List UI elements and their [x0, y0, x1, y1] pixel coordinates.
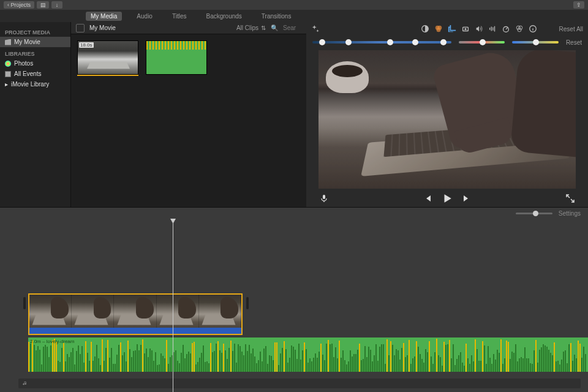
sidebar-item-label: Photos — [14, 60, 33, 67]
saturation-slider[interactable] — [459, 41, 505, 43]
preview-canvas — [318, 50, 576, 189]
sidebar-item-imovie-library[interactable]: ▸ iMovie Library — [0, 79, 70, 89]
speed-icon[interactable] — [502, 24, 510, 33]
preview-viewer: Reset All Reset — [306, 22, 588, 207]
sidebar-toggle-button[interactable]: ▤ — [37, 1, 49, 9]
color-correction-sliders: Reset — [306, 36, 588, 49]
timeline-music-well[interactable] — [18, 379, 581, 388]
media-browser: My Movie All Clips ⇅ 🔍 18.0s — [71, 22, 306, 207]
app-topbar: ‹ Projects ▤ ↓ ⇪ — [0, 0, 588, 10]
sidebar-project-item[interactable]: My Movie — [0, 37, 70, 47]
next-frame-button[interactable] — [461, 193, 472, 204]
svg-point-5 — [464, 28, 466, 30]
back-to-projects-button[interactable]: ‹ Projects — [4, 1, 34, 9]
timeline-settings-button[interactable]: Settings — [559, 210, 581, 217]
exposure-slider[interactable] — [312, 41, 451, 43]
timeline-video-clip[interactable] — [28, 293, 243, 335]
timeline-audio-clip[interactable]: 2.0m – lovely-dream — [28, 337, 588, 372]
noise-reduction-icon[interactable] — [488, 24, 497, 33]
clip-appearance-button[interactable] — [76, 24, 85, 32]
project-sidebar: PROJECT MEDIA My Movie LIBRARIES Photos … — [0, 22, 71, 207]
svg-point-3 — [436, 28, 440, 32]
zoom-handle[interactable] — [533, 211, 538, 216]
reset-color-button[interactable]: Reset — [566, 39, 582, 46]
microphone-icon[interactable] — [318, 193, 330, 204]
music-note-icon — [22, 380, 28, 386]
timeline: Settings 2.0m – lovely-dream — [0, 207, 588, 392]
trim-handle-left[interactable] — [23, 297, 26, 309]
sidebar-heading-project: PROJECT MEDIA — [0, 26, 70, 37]
audio-clip-label: 2.0m – lovely-dream — [30, 339, 74, 344]
updown-icon: ⇅ — [261, 24, 266, 31]
timeline-zoom-slider[interactable] — [516, 213, 552, 214]
timeline-header: Settings — [0, 208, 588, 219]
transport-controls — [306, 190, 588, 207]
share-button[interactable]: ⇪ — [573, 1, 584, 9]
clip-duration-badge: 18.0s — [79, 42, 94, 48]
svg-rect-11 — [323, 195, 325, 199]
back-label: Projects — [11, 2, 31, 8]
clapperboard-icon — [5, 39, 11, 45]
magnifier-icon: 🔍 — [271, 24, 278, 31]
preview-frame — [318, 50, 576, 189]
import-button[interactable]: ↓ — [51, 1, 62, 9]
svg-point-9 — [517, 28, 521, 32]
clip-filter-icon[interactable] — [515, 24, 524, 33]
sidebar-item-label: All Events — [14, 70, 41, 77]
clip-audio-strip — [29, 328, 241, 334]
crop-icon[interactable] — [448, 24, 456, 33]
playhead[interactable] — [173, 219, 173, 392]
play-button[interactable] — [442, 193, 453, 204]
stabilization-icon[interactable] — [461, 24, 470, 33]
sidebar-heading-libraries: LIBRARIES — [0, 47, 70, 58]
browser-clip-video[interactable]: 18.0s — [77, 40, 138, 75]
inspector-toolbar: Reset All — [306, 22, 588, 36]
search-input[interactable] — [283, 24, 301, 31]
auto-enhance-icon[interactable] — [311, 24, 320, 33]
calendar-icon — [5, 71, 11, 77]
tab-my-media[interactable]: My Media — [86, 12, 122, 21]
browser-title: My Movie — [89, 24, 116, 31]
prev-frame-button[interactable] — [422, 193, 433, 204]
disclosure-triangle-icon: ▸ — [5, 81, 8, 88]
timeline-body[interactable]: 2.0m – lovely-dream — [0, 219, 588, 392]
color-balance-icon[interactable] — [421, 24, 429, 33]
browser-clip-audio[interactable] — [146, 40, 207, 75]
tab-backgrounds[interactable]: Backgrounds — [201, 12, 246, 21]
color-correction-icon[interactable] — [434, 24, 443, 33]
photos-icon — [5, 61, 11, 67]
chevron-left-icon: ‹ — [7, 2, 9, 8]
temperature-slider[interactable] — [512, 41, 559, 43]
sidebar-item-label: iMovie Library — [11, 81, 49, 88]
info-icon[interactable] — [529, 24, 537, 33]
fullscreen-icon[interactable] — [565, 193, 576, 204]
sidebar-item-photos[interactable]: Photos — [0, 58, 70, 69]
volume-icon[interactable] — [475, 24, 483, 33]
trim-handle-right[interactable] — [246, 297, 249, 309]
tab-transitions[interactable]: Transitions — [257, 12, 296, 21]
tab-audio[interactable]: Audio — [132, 12, 157, 21]
tab-titles[interactable]: Titles — [167, 12, 192, 21]
reset-all-button[interactable]: Reset All — [559, 26, 583, 32]
sidebar-project-label: My Movie — [14, 39, 40, 45]
clip-filter-dropdown[interactable]: All Clips ⇅ — [236, 24, 266, 31]
filter-label: All Clips — [236, 24, 258, 31]
media-tabs: My Media Audio Titles Backgrounds Transi… — [0, 10, 588, 22]
sidebar-item-all-events[interactable]: All Events — [0, 69, 70, 79]
browser-header: My Movie All Clips ⇅ 🔍 — [71, 22, 306, 34]
